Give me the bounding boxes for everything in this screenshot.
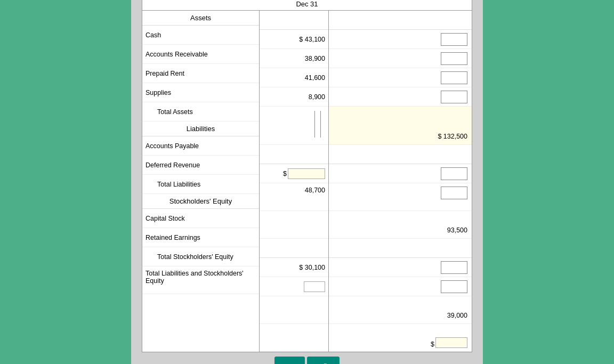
- retained-total-cell: [329, 277, 472, 296]
- prepaid-input-cell: 41,600: [260, 68, 328, 87]
- total-assets-label: Total Assets: [157, 108, 193, 116]
- deferred-value: 48,700: [305, 187, 325, 194]
- bs-date: Dec 31: [144, 0, 470, 8]
- cash-value: $ 43,100: [299, 36, 325, 43]
- retained-row: Retained Earnings: [142, 228, 259, 247]
- col-labels: Assets Cash Accounts Receivable Prepaid …: [142, 11, 260, 352]
- total-liab-input-cell: [260, 211, 328, 239]
- sheet-container: Balance Sheet Dec 31 Assets Cash Account…: [131, 0, 483, 364]
- capital-row: Capital Stock: [142, 209, 259, 228]
- ap-total-cell: [329, 164, 472, 183]
- total-liab-label: Total Liabilities: [157, 181, 200, 188]
- total-assets-input-cell: [260, 107, 328, 145]
- retained-label: Retained Earnings: [146, 234, 200, 241]
- total-liab-equity-input[interactable]: [435, 337, 467, 348]
- total-assets-total-cell: $ 132,500: [329, 107, 472, 145]
- liabilities-header: Liabilities: [142, 122, 259, 136]
- retained-input-cell[interactable]: [260, 277, 328, 296]
- capital-input-cell: $ 30,100: [260, 258, 328, 277]
- total-liab-equity-row: Total Liabilities and Stockholders' Equi…: [142, 266, 259, 294]
- supplies-label: Supplies: [146, 89, 171, 96]
- total-equity-total-cell: 39,000: [329, 296, 472, 324]
- prepaid-label: Prepaid Rent: [146, 70, 184, 77]
- supplies-input-cell: 8,900: [260, 87, 328, 107]
- col-totals: $ 132,500 93,500: [329, 11, 472, 352]
- deferred-label: Deferred Revenue: [146, 161, 200, 169]
- deferred-input-cell: 48,700: [260, 183, 328, 211]
- deferred-total-cell: [329, 183, 472, 211]
- total-assets-value: $ 132,500: [438, 133, 467, 140]
- capital-total-cell: [329, 258, 472, 277]
- prepaid-value: 41,600: [305, 74, 325, 82]
- equity-label: Stockholders' Equity: [169, 197, 232, 205]
- deferred-row: Deferred Revenue: [142, 156, 259, 175]
- ap-row: Accounts Payable: [142, 136, 259, 156]
- total-liab-equity-total-cell[interactable]: $: [329, 324, 472, 352]
- assets-header: Assets: [142, 11, 259, 26]
- ar-total-cell: [329, 49, 472, 68]
- cash-row: Cash: [142, 26, 259, 45]
- prepaid-row: Prepaid Rent: [142, 64, 259, 83]
- total-equity-value: 39,000: [447, 312, 467, 319]
- cash-label: Cash: [146, 31, 161, 39]
- total-equity-row: Total Stockholders' Equity: [142, 247, 259, 266]
- balance-sheet: Balance Sheet Dec 31 Assets Cash Account…: [142, 0, 472, 352]
- bs-header: Balance Sheet Dec 31: [142, 0, 472, 11]
- total-assets-row: Total Assets: [142, 102, 259, 122]
- ar-input-cell: 38,900: [260, 49, 328, 68]
- retained-input[interactable]: [304, 281, 325, 292]
- ar-label: Accounts Receivable: [146, 51, 208, 58]
- capital-value: $ 30,100: [299, 264, 325, 271]
- total-liab-equity-label: Total Liabilities and Stockholders' Equi…: [146, 270, 256, 285]
- supplies-row: Supplies: [142, 83, 259, 102]
- cash-total-cell: [329, 30, 472, 49]
- supplies-value: 8,900: [309, 93, 325, 101]
- ar-value: 38,900: [305, 55, 325, 62]
- cancel-button[interactable]: ×: [274, 357, 305, 364]
- ap-dollar: $: [283, 170, 287, 177]
- total-liab-equity-dollar: $: [431, 341, 434, 348]
- prepaid-total-cell: [329, 68, 472, 87]
- bottom-buttons: × ↺: [142, 357, 472, 364]
- capital-label: Capital Stock: [146, 215, 185, 222]
- total-liab-total-cell: 93,500: [329, 211, 472, 239]
- ap-label: Accounts Payable: [146, 142, 199, 150]
- supplies-total-cell: [329, 87, 472, 107]
- col-inputs: $ 43,100 38,900 41,600 8,900: [260, 11, 329, 352]
- cash-input-cell: $ 43,100: [260, 30, 328, 49]
- equity-header: Stockholders' Equity: [142, 194, 259, 209]
- total-liab-row: Total Liabilities: [142, 175, 259, 194]
- total-equity-label: Total Stockholders' Equity: [157, 253, 233, 261]
- total-equity-input-cell: [260, 296, 328, 324]
- reset-button[interactable]: ↺: [307, 357, 340, 364]
- ap-input-cell[interactable]: $: [260, 164, 328, 183]
- bs-body: Assets Cash Accounts Receivable Prepaid …: [142, 11, 472, 352]
- total-liab-value: 93,500: [447, 227, 467, 234]
- ap-input[interactable]: [288, 168, 325, 179]
- total-liab-equity-input-cell: [260, 324, 328, 352]
- ar-row: Accounts Receivable: [142, 45, 259, 64]
